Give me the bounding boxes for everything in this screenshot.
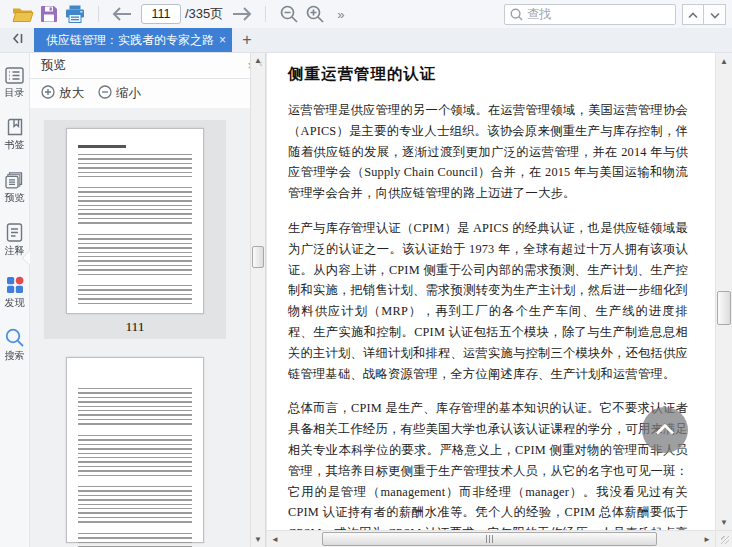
sidebar-item-label: 注释 bbox=[5, 244, 25, 257]
vertical-scrollbar[interactable]: ▲ ▼ bbox=[715, 53, 732, 530]
search-input[interactable] bbox=[527, 7, 670, 21]
active-panel-notch bbox=[23, 251, 30, 265]
sidebar-item-search[interactable]: 搜索 bbox=[0, 328, 30, 363]
sidebar-item-toc[interactable]: 目录 bbox=[0, 67, 30, 100]
left-sidebar: 目录 书签 预览 注释 bbox=[0, 53, 30, 547]
sidebar-item-label: 搜索 bbox=[5, 349, 25, 362]
chevron-down-icon bbox=[710, 7, 720, 22]
document-paragraph: 运营管理是供应管理的另一个领域。在运营管理领域，美国运营管理协会（APICS）是… bbox=[288, 100, 688, 204]
preview-pages-icon bbox=[5, 170, 24, 191]
sidebar-item-preview[interactable]: 预览 bbox=[0, 170, 30, 205]
scrollbar-grip bbox=[486, 535, 494, 543]
thumbnail-page-number: 111 bbox=[125, 319, 144, 335]
zoom-in-button[interactable] bbox=[302, 2, 328, 26]
pdf-reader-window: /335页 » bbox=[0, 0, 732, 547]
preview-scrollbar[interactable]: ▲ ▼ bbox=[250, 53, 265, 547]
circle-plus-icon bbox=[41, 85, 55, 102]
printer-icon bbox=[65, 5, 85, 23]
thumbnail-page-111[interactable]: 111 bbox=[44, 120, 226, 339]
toolbar-divider bbox=[265, 6, 266, 22]
circle-minus-icon bbox=[98, 85, 112, 102]
zoom-out-label: 缩小 bbox=[116, 85, 141, 102]
scroll-down-arrow-icon[interactable]: ▼ bbox=[251, 532, 265, 547]
next-page-button[interactable] bbox=[229, 2, 255, 26]
magnifier-plus-icon bbox=[306, 5, 324, 23]
preview-panel-title: 预览 bbox=[41, 57, 245, 74]
panel-collapse-icon[interactable]: ‹ bbox=[259, 57, 263, 69]
search-icon bbox=[510, 8, 523, 21]
scroll-down-arrow-icon[interactable]: ▼ bbox=[716, 514, 732, 530]
chevron-up-icon bbox=[688, 7, 698, 22]
sidebar-item-discover[interactable]: 发现 bbox=[0, 276, 30, 310]
save-button[interactable] bbox=[36, 2, 62, 26]
page-total-label: /335页 bbox=[185, 5, 223, 23]
back-to-top-button[interactable] bbox=[642, 407, 688, 453]
document-paragraph: 总体而言，CPIM 是生产、库存管理的基本知识的认证。它不要求认证者具备相关工作… bbox=[288, 398, 688, 530]
document-view: ‹ 侧重运营管理的认证 运营管理是供应管理的另一个领域。在运营管理领域，美国运营… bbox=[266, 53, 732, 547]
arrow-left-icon bbox=[112, 7, 132, 21]
horizontal-scrollbar-thumb[interactable] bbox=[322, 532, 657, 546]
document-page[interactable]: 侧重运营管理的认证 运营管理是供应管理的另一个领域。在运营管理领域，美国运营管理… bbox=[267, 53, 715, 530]
toc-list-icon bbox=[5, 67, 24, 86]
more-tools-button[interactable]: » bbox=[328, 2, 354, 26]
search-box[interactable] bbox=[504, 4, 676, 25]
thumbnail-zoom-out-button[interactable]: 缩小 bbox=[98, 85, 141, 102]
zoom-in-label: 放大 bbox=[59, 85, 84, 102]
find-previous-button[interactable] bbox=[682, 4, 704, 25]
vertical-scrollbar-thumb[interactable] bbox=[717, 291, 731, 325]
scroll-tabs-left-button[interactable] bbox=[0, 28, 34, 52]
sidebar-item-label: 预览 bbox=[5, 191, 25, 204]
tab-close-icon[interactable]: × bbox=[219, 34, 226, 46]
find-next-button[interactable] bbox=[704, 4, 726, 25]
sidebar-item-label: 目录 bbox=[5, 86, 25, 99]
preview-zoom-controls: 放大 缩小 bbox=[30, 79, 265, 108]
scroll-left-arrow-icon[interactable]: ◄ bbox=[267, 531, 283, 547]
arrow-right-icon bbox=[232, 7, 252, 21]
sidebar-item-bookmarks[interactable]: 书签 bbox=[0, 118, 30, 152]
chevron-left-bar-icon bbox=[11, 31, 24, 49]
thumbnail-zoom-in-button[interactable]: 放大 bbox=[41, 85, 84, 102]
print-button[interactable] bbox=[62, 2, 88, 26]
preview-scrollbar-thumb[interactable] bbox=[252, 246, 264, 268]
chevron-up-icon bbox=[655, 421, 675, 439]
main-toolbar: /335页 » bbox=[0, 0, 732, 28]
new-tab-button[interactable]: + bbox=[232, 28, 262, 52]
search-magnifier-icon bbox=[5, 328, 24, 349]
bookmark-book-icon bbox=[6, 118, 24, 138]
save-floppy-icon bbox=[40, 5, 58, 23]
open-file-button[interactable] bbox=[10, 2, 36, 26]
open-folder-icon bbox=[12, 6, 34, 23]
tab-bar: 供应链管理：实践者的专家之路 × + bbox=[0, 28, 732, 53]
scroll-up-arrow-icon[interactable]: ▲ bbox=[716, 53, 732, 69]
document-paragraph: 生产与库存管理认证（CPIM）是 APICS 的经典认证，也是供应链领域最为广泛… bbox=[288, 218, 688, 384]
magnifier-minus-icon bbox=[280, 5, 298, 23]
thumbnail-page-112[interactable]: 112 bbox=[44, 349, 226, 547]
document-tab[interactable]: 供应链管理：实践者的专家之路 × bbox=[34, 28, 232, 52]
scrollbar-corner-resize-grip bbox=[715, 530, 732, 547]
annotation-page-icon bbox=[6, 223, 23, 244]
sidebar-item-label: 书签 bbox=[5, 138, 25, 151]
document-heading: 侧重运营管理的认证 bbox=[288, 64, 688, 85]
preview-panel-header: 预览 × bbox=[30, 53, 265, 79]
main-area: 目录 书签 预览 注释 bbox=[0, 53, 732, 547]
preview-panel: 预览 × 放大 缩小 bbox=[30, 53, 266, 547]
discover-grid-icon bbox=[6, 276, 24, 296]
page-number-input[interactable] bbox=[141, 4, 181, 24]
thumbnail-preview-image bbox=[66, 128, 204, 314]
tab-title: 供应链管理：实践者的专家之路 bbox=[46, 32, 214, 49]
thumbnail-list: 111 112 bbox=[30, 108, 265, 547]
previous-page-button[interactable] bbox=[109, 2, 135, 26]
scroll-right-arrow-icon[interactable]: ► bbox=[699, 531, 715, 547]
zoom-out-button[interactable] bbox=[276, 2, 302, 26]
thumbnail-preview-image bbox=[66, 357, 204, 543]
toolbar-divider bbox=[98, 6, 99, 22]
sidebar-item-label: 发现 bbox=[5, 296, 25, 309]
horizontal-scrollbar[interactable]: ◄ ► bbox=[267, 530, 715, 547]
